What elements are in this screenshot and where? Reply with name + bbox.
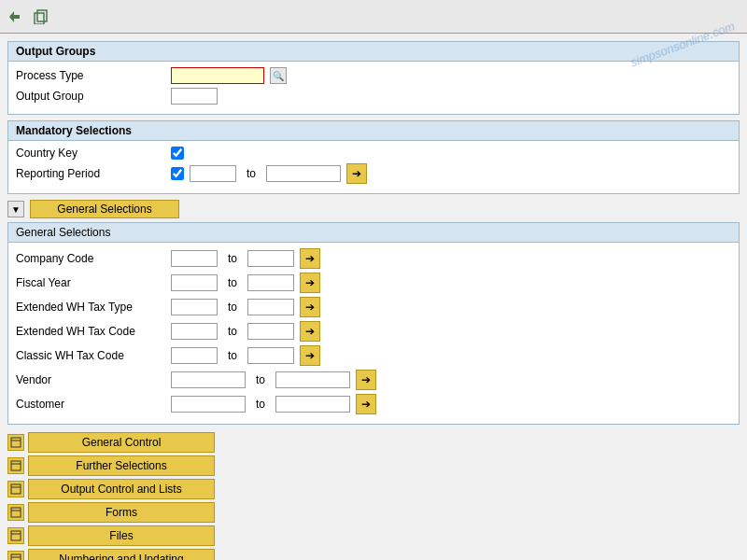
- ext-wh-tax-type-to-label: to: [223, 301, 242, 314]
- tab-item-forms: Forms: [7, 502, 740, 523]
- tab-label-general-control[interactable]: General Control: [28, 432, 215, 453]
- main-content: Output Groups Process Type 🔍 Output Grou…: [0, 34, 747, 560]
- tab-icon-files[interactable]: [7, 527, 24, 544]
- ext-wh-tax-code-to[interactable]: [247, 323, 294, 340]
- ext-wh-tax-type-from[interactable]: [171, 299, 218, 315]
- reporting-period-checkbox[interactable]: [171, 167, 184, 180]
- tab-item-numbering: Numbering and Updating: [7, 549, 740, 560]
- country-key-row: Country Key: [16, 147, 731, 160]
- company-code-to[interactable]: [247, 250, 294, 267]
- output-group-input[interactable]: [171, 88, 218, 105]
- svg-rect-12: [11, 531, 21, 540]
- svg-marker-1: [9, 11, 14, 22]
- vendor-label: Vendor: [16, 373, 165, 386]
- tab-item-files: Files: [7, 525, 740, 546]
- customer-label: Customer: [16, 398, 165, 411]
- company-code-arrow-btn[interactable]: ➔: [300, 248, 320, 269]
- output-groups-section: Output Groups Process Type 🔍 Output Grou…: [7, 41, 740, 115]
- country-key-checkbox[interactable]: [171, 147, 184, 160]
- ext-wh-tax-type-label: Extended WH Tax Type: [16, 301, 165, 314]
- fiscal-year-arrow-btn[interactable]: ➔: [300, 273, 320, 293]
- tab-item-further-selections: Further Selections: [7, 455, 740, 476]
- process-type-input[interactable]: [171, 67, 264, 84]
- reporting-period-arrow-btn[interactable]: ➔: [346, 163, 367, 184]
- vendor-row: Vendor to ➔: [16, 370, 731, 390]
- fiscal-year-row: Fiscal Year to ➔: [16, 273, 731, 293]
- classic-wh-tax-code-row: Classic WH Tax Code to ➔: [16, 345, 731, 366]
- reporting-period-row: Reporting Period to ➔: [16, 163, 731, 184]
- customer-row: Customer to ➔: [16, 394, 731, 414]
- vendor-to-label: to: [251, 373, 270, 386]
- general-selections-section: General Selections Company Code to ➔ Fis…: [7, 222, 740, 425]
- ext-wh-tax-code-from[interactable]: [171, 323, 218, 340]
- output-group-row: Output Group: [16, 88, 731, 105]
- tab-item-output-control: Output Control and Lists: [7, 479, 740, 499]
- company-code-from[interactable]: [171, 250, 218, 267]
- country-key-label: Country Key: [16, 147, 165, 160]
- toolbar: [0, 0, 747, 34]
- svg-rect-8: [11, 484, 21, 494]
- general-selections-toggle-row: ▼ General Selections: [7, 200, 740, 218]
- tab-label-further-selections[interactable]: Further Selections: [28, 455, 215, 476]
- company-code-label: Company Code: [16, 252, 165, 265]
- tab-icon-output-control[interactable]: [7, 481, 24, 497]
- customer-from[interactable]: [171, 396, 246, 413]
- reporting-period-to[interactable]: [266, 165, 341, 182]
- output-groups-header: Output Groups: [7, 41, 740, 62]
- tab-label-output-control[interactable]: Output Control and Lists: [28, 479, 215, 499]
- vendor-to[interactable]: [275, 371, 350, 388]
- reporting-period-label: Reporting Period: [16, 167, 165, 180]
- ext-wh-tax-type-to[interactable]: [247, 299, 294, 315]
- general-selections-header: General Selections: [7, 222, 740, 243]
- fiscal-year-to-label: to: [223, 276, 242, 289]
- vendor-arrow-btn[interactable]: ➔: [356, 370, 376, 390]
- general-selections-body: Company Code to ➔ Fiscal Year to ➔ Exten: [7, 243, 740, 425]
- svg-rect-2: [37, 10, 47, 21]
- tab-label-files[interactable]: Files: [28, 525, 215, 546]
- fiscal-year-to[interactable]: [247, 274, 294, 291]
- customer-arrow-btn[interactable]: ➔: [356, 394, 376, 414]
- general-selections-toggle-btn[interactable]: ▼: [7, 201, 24, 217]
- classic-wh-tax-code-arrow-btn[interactable]: ➔: [300, 345, 320, 366]
- mandatory-selections-body: Country Key Reporting Period to ➔: [7, 141, 740, 194]
- classic-wh-tax-code-to[interactable]: [247, 347, 294, 364]
- tab-item-general-control: General Control: [7, 432, 740, 453]
- copy-icon[interactable]: [32, 7, 50, 26]
- svg-rect-3: [35, 13, 44, 24]
- mandatory-selections-section: Mandatory Selections Country Key Reporti…: [7, 120, 740, 194]
- tab-icon-further-selections[interactable]: [7, 457, 24, 474]
- tab-label-numbering[interactable]: Numbering and Updating: [28, 549, 215, 560]
- process-type-label: Process Type: [16, 69, 165, 82]
- company-code-row: Company Code to ➔: [16, 248, 731, 269]
- output-group-label: Output Group: [16, 90, 165, 103]
- classic-wh-tax-code-to-label: to: [223, 349, 242, 362]
- tab-bar: General Control Further Selections Outpu…: [7, 432, 740, 560]
- svg-rect-6: [11, 461, 21, 470]
- fiscal-year-from[interactable]: [171, 274, 218, 291]
- tab-icon-numbering[interactable]: [7, 551, 24, 560]
- customer-to-label: to: [251, 398, 270, 411]
- tab-icon-general-control[interactable]: [7, 434, 24, 451]
- svg-rect-4: [11, 438, 21, 447]
- vendor-from[interactable]: [171, 371, 246, 388]
- general-selections-toggle-label[interactable]: General Selections: [30, 200, 179, 218]
- ext-wh-tax-type-row: Extended WH Tax Type to ➔: [16, 297, 731, 317]
- customer-to[interactable]: [275, 396, 350, 413]
- output-groups-body: Process Type 🔍 Output Group: [7, 62, 740, 115]
- ext-wh-tax-code-arrow-btn[interactable]: ➔: [300, 321, 320, 342]
- tab-label-forms[interactable]: Forms: [28, 502, 215, 523]
- fiscal-year-label: Fiscal Year: [16, 276, 165, 289]
- tab-icon-forms[interactable]: [7, 504, 24, 521]
- reporting-period-from[interactable]: [190, 165, 236, 182]
- company-code-to-label: to: [223, 252, 242, 265]
- process-type-row: Process Type 🔍: [16, 67, 731, 84]
- ext-wh-tax-code-label: Extended WH Tax Code: [16, 325, 165, 338]
- classic-wh-tax-code-label: Classic WH Tax Code: [16, 349, 165, 362]
- ext-wh-tax-code-row: Extended WH Tax Code to ➔: [16, 321, 731, 342]
- ext-wh-tax-code-to-label: to: [223, 325, 242, 338]
- arrow-left-icon[interactable]: [7, 7, 26, 26]
- classic-wh-tax-code-from[interactable]: [171, 347, 218, 364]
- mandatory-selections-header: Mandatory Selections: [7, 120, 740, 141]
- ext-wh-tax-type-arrow-btn[interactable]: ➔: [300, 297, 320, 317]
- process-type-search-btn[interactable]: 🔍: [270, 67, 287, 84]
